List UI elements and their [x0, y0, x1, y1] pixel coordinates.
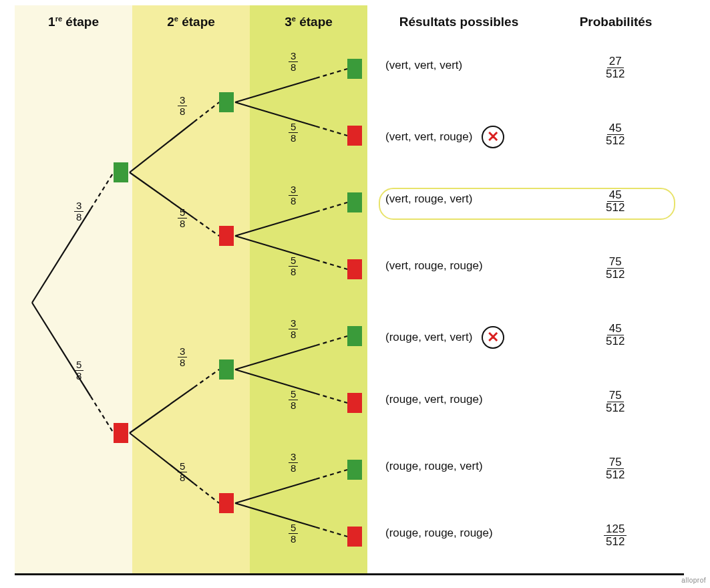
svg-line-8 — [130, 388, 194, 433]
outcome-row: rouge, rouge, rouge — [385, 527, 546, 540]
svg-line-0 — [32, 209, 91, 303]
svg-line-5 — [194, 102, 219, 122]
outcome-text: vert, rouge, rouge — [385, 259, 483, 273]
branch-fraction: 58 — [287, 122, 299, 144]
stage3-box-6 — [347, 460, 362, 480]
outcome-row: vert, rouge, rouge — [385, 259, 546, 273]
outcome-text: rouge, vert, rouge — [385, 393, 483, 406]
stage3-box-2 — [347, 192, 362, 212]
stage3-box-3 — [347, 259, 362, 279]
outcome-probability: 27512 — [602, 55, 628, 80]
stage3-box-0 — [347, 59, 362, 79]
probability-tree — [15, 5, 684, 573]
branch-fraction: 58 — [73, 359, 85, 382]
credit-label: alloprof — [681, 577, 706, 584]
svg-line-1 — [91, 172, 114, 209]
outcome-row: rouge, rouge, vert — [385, 460, 546, 473]
svg-line-3 — [91, 396, 114, 433]
outcome-probability: 45512 — [602, 323, 628, 347]
svg-line-18 — [235, 236, 316, 260]
stage3-box-4 — [347, 326, 362, 346]
cross-icon: ✕ — [482, 326, 504, 349]
outcome-text: vert, vert, vert — [385, 59, 462, 72]
outcome-text: vert, vert, rouge — [385, 130, 472, 144]
svg-line-21 — [316, 336, 347, 345]
stage3-box-7 — [347, 527, 362, 547]
svg-line-17 — [316, 202, 347, 212]
svg-line-9 — [194, 370, 219, 388]
outcome-row: vert, vert, vert — [385, 59, 546, 72]
stage1-box-0 — [114, 162, 128, 182]
branch-fraction: 38 — [287, 184, 299, 206]
branch-fraction: 38 — [287, 452, 299, 474]
branch-fraction: 38 — [287, 318, 299, 340]
svg-line-27 — [316, 527, 347, 537]
svg-line-16 — [235, 212, 316, 236]
stage2-box-0 — [219, 92, 234, 112]
outcome-probability: 75512 — [602, 390, 628, 414]
svg-line-24 — [235, 479, 316, 503]
svg-line-25 — [316, 470, 347, 479]
svg-line-4 — [130, 122, 194, 172]
stage2-box-1 — [219, 226, 234, 246]
svg-line-19 — [316, 260, 347, 269]
svg-line-15 — [316, 126, 347, 136]
stage3-box-5 — [347, 393, 362, 413]
outcome-probability: 75512 — [602, 256, 628, 281]
branch-fraction: 58 — [287, 523, 299, 545]
svg-line-22 — [235, 370, 316, 394]
outcome-text: rouge, rouge, vert — [385, 460, 483, 473]
outcome-probability: 125512 — [602, 523, 628, 548]
branch-fraction: 58 — [287, 255, 299, 277]
svg-line-2 — [32, 303, 91, 396]
diagram-panel: 1re étape 2e étape 3e étape Résultats po… — [15, 5, 684, 575]
branch-fraction: 38 — [287, 51, 299, 73]
branch-fraction: 38 — [176, 95, 188, 117]
branch-fraction: 38 — [73, 200, 85, 223]
svg-line-7 — [194, 218, 219, 236]
outcome-probability: 75512 — [602, 456, 628, 481]
svg-line-14 — [235, 102, 316, 126]
stage2-box-2 — [219, 359, 234, 380]
branch-fraction: 58 — [176, 461, 188, 483]
svg-line-12 — [235, 78, 316, 102]
outcome-text: rouge, rouge, rouge — [385, 527, 493, 540]
outcome-text: rouge, vert, vert — [385, 331, 472, 344]
outcome-row: rouge, vert, rouge — [385, 393, 546, 406]
svg-line-20 — [235, 345, 316, 370]
outcome-probability: 45512 — [602, 189, 628, 214]
outcome-row: rouge, vert, vert✕ — [385, 326, 546, 349]
outcome-probability: 45512 — [602, 122, 628, 147]
stage2-box-3 — [219, 493, 234, 513]
outcome-row: vert, vert, rouge✕ — [385, 126, 546, 148]
cross-icon: ✕ — [482, 126, 504, 148]
branch-fraction: 38 — [176, 346, 188, 368]
outcome-row: vert, rouge, vert — [385, 192, 546, 206]
branch-fraction: 58 — [287, 389, 299, 411]
branch-fraction: 58 — [176, 207, 188, 229]
svg-line-13 — [316, 69, 347, 78]
svg-line-23 — [316, 394, 347, 403]
svg-line-26 — [235, 503, 316, 527]
stage3-box-1 — [347, 126, 362, 146]
outcome-text: vert, rouge, vert — [385, 192, 472, 206]
svg-line-11 — [194, 484, 219, 503]
stage1-box-1 — [114, 423, 128, 443]
